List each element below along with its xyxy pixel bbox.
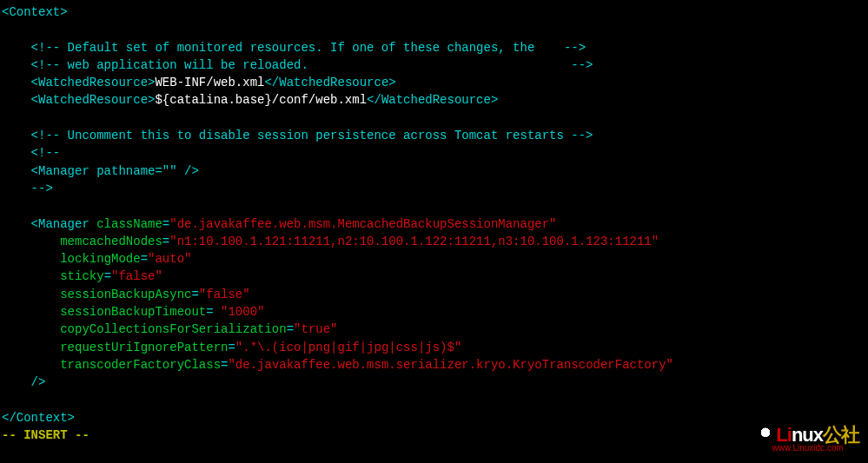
tag-manager-open: <Manager	[2, 217, 96, 231]
tag-manager-close: />	[2, 375, 45, 389]
attr-lockingmode-val: "auto"	[148, 252, 191, 266]
attr-transcoderfactory-val: "de.javakaffee.web.msm.serializer.kryo.K…	[228, 358, 673, 372]
tag-wr1-close: </WatchedResource>	[264, 76, 395, 89]
attr-sticky-key: sticky	[60, 269, 103, 283]
comment-uc1: <!-- Uncomment this to disable session p…	[2, 129, 593, 142]
logo-title: Linux公社	[756, 425, 859, 445]
val-wr1: WEB-INF/web.xml	[155, 76, 264, 89]
attr-sessionbackuptimeout-val: "1000"	[221, 305, 264, 319]
tux-icon	[756, 425, 775, 444]
tag-wr2-close: </WatchedResource>	[367, 93, 498, 107]
attr-classname-key: className	[96, 217, 162, 231]
comment-webapp: <!-- web application will be reloaded. -…	[2, 58, 593, 72]
comment-uc3: <Manager pathname="" />	[2, 164, 199, 178]
attr-transcoderfactory-key: transcoderFactoryClass	[60, 358, 221, 372]
comment-uc4: -->	[2, 182, 53, 195]
tag-context-close: </Context>	[2, 411, 75, 425]
vim-mode-indicator: -- INSERT --	[2, 428, 89, 442]
attr-sessionbackupasync-val: "false"	[199, 288, 250, 301]
comment-uc2: <!--	[2, 146, 60, 160]
comment-default: <!-- Default set of monitored resources.…	[2, 41, 586, 55]
attr-sessionbackuptimeout-key: sessionBackupTimeout	[60, 305, 206, 319]
attr-classname-val: "de.javakaffee.web.msm.MemcachedBackupSe…	[169, 217, 556, 231]
watermark-logo: Linux公社 www.Linuxidc.com	[756, 425, 859, 453]
tag-wr2-open: <WatchedResource>	[2, 93, 155, 107]
attr-sticky-val: "false"	[111, 269, 162, 283]
attr-requesturiignore-val: ".*\.(ico|png|gif|jpg|css|js)$"	[235, 341, 461, 354]
tag-wr1-open: <WatchedResource>	[2, 76, 155, 89]
eq: =	[162, 217, 169, 231]
attr-lockingmode-key: lockingMode	[60, 252, 140, 266]
val-wr2: ${catalina.base}/conf/web.xml	[155, 93, 367, 107]
attr-copycollections-key: copyCollectionsForSerialization	[60, 322, 286, 336]
attr-copycollections-val: "true"	[294, 322, 337, 336]
attr-memcachednodes-key: memcachedNodes	[60, 235, 162, 248]
attr-sessionbackupasync-key: sessionBackupAsync	[60, 288, 191, 301]
attr-requesturiignore-key: requestUriIgnorePattern	[60, 341, 228, 354]
tag-context-open: <Context>	[2, 5, 68, 19]
attr-memcachednodes-val: "n1:10.100.1.121:11211,n2:10.100.1.122:1…	[169, 235, 659, 248]
code-block: <Context> <!-- Default set of monitored …	[2, 3, 866, 444]
